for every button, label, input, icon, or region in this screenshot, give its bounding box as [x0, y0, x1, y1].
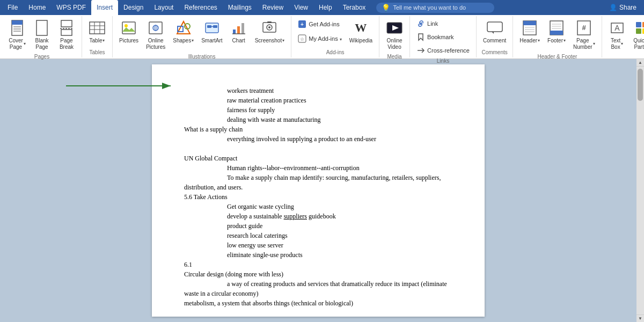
group-links: Link Bookmark Cross-reference Links — [410, 16, 477, 57]
footer-button[interactable]: Footer ▾ — [544, 17, 569, 46]
tab-help[interactable]: Help — [313, 0, 338, 15]
footer-icon — [548, 19, 565, 36]
links-group-items: Link Bookmark Cross-reference — [413, 17, 473, 57]
page-number-button[interactable]: # PageNumber ▾ — [570, 17, 598, 53]
svg-text:#: # — [582, 24, 587, 32]
tab-terabox[interactable]: Terabox — [338, 0, 371, 15]
online-video-icon — [386, 19, 403, 36]
online-pictures-button[interactable]: OnlinePictures — [143, 17, 169, 53]
get-addins-label: Get Add-ins — [309, 21, 339, 27]
header-button[interactable]: Header ▾ — [516, 17, 543, 46]
svg-rect-29 — [241, 23, 244, 34]
table-button[interactable]: Table ▾ — [85, 17, 109, 46]
svg-text:+: + — [301, 21, 304, 27]
group-illustrations: Pictures OnlinePictures Shapes ▾ SmartAr… — [113, 16, 291, 57]
doc-line-17: eliminate single-use products — [227, 250, 452, 260]
group-comments: Comment Comments — [477, 16, 513, 57]
illustrations-group-items: Pictures OnlinePictures Shapes ▾ SmartAr… — [116, 17, 288, 53]
tab-insert[interactable]: Insert — [91, 0, 118, 15]
svg-rect-25 — [213, 25, 217, 28]
doc-line-6: everything involved in supplying a produ… — [227, 134, 452, 144]
links-col: Link Bookmark Cross-reference — [413, 17, 473, 57]
chart-button[interactable]: Chart — [227, 17, 251, 46]
doc-line-7: UN Global Compact — [184, 153, 452, 163]
doc-line-16: low energy use server — [227, 240, 452, 250]
comment-button[interactable]: Comment — [480, 17, 509, 46]
document-area: workers treatment raw material creation … — [0, 59, 644, 322]
comments-label: Comments — [481, 48, 507, 56]
doc-line-21: waste in a circular economy) — [184, 289, 452, 298]
scroll-up-button[interactable]: ▲ — [636, 59, 644, 67]
comments-group-items: Comment — [480, 17, 509, 48]
tab-review[interactable]: Review — [257, 0, 289, 15]
group-tables: Table ▾ Tables — [82, 16, 113, 57]
tab-references[interactable]: References — [179, 0, 222, 15]
online-video-button[interactable]: OnlineVideo — [383, 17, 406, 53]
svg-point-15 — [125, 24, 128, 27]
pictures-icon — [120, 19, 137, 36]
link-button[interactable]: Link — [413, 17, 473, 30]
bookmark-button[interactable]: Bookmark — [413, 31, 473, 43]
text-box-button[interactable]: A TextBox ▾ — [605, 17, 629, 53]
doc-line-15: research local caterings — [227, 231, 452, 240]
cross-reference-button[interactable]: Cross-reference — [413, 44, 473, 57]
svg-marker-41 — [419, 34, 423, 40]
tab-design[interactable]: Design — [118, 0, 149, 15]
cover-page-button[interactable]: CoverPage ▾ — [5, 17, 29, 53]
shapes-icon — [175, 19, 192, 36]
shapes-button[interactable]: Shapes ▾ — [170, 17, 197, 46]
wikipedia-button[interactable]: W Wikipedia — [346, 17, 376, 46]
pictures-button[interactable]: Pictures — [116, 17, 142, 46]
comment-icon — [486, 19, 503, 36]
lightbulb-icon: 💡 — [382, 4, 390, 12]
tab-layout[interactable]: Layout — [149, 0, 179, 15]
screenshot-button[interactable]: Screenshot ▾ — [252, 17, 288, 46]
svg-rect-5 — [36, 20, 47, 35]
doc-line-13: develop a sustainable suppliers guideboo… — [227, 211, 452, 221]
document-scroll-area[interactable]: workers treatment raw material creation … — [0, 59, 636, 322]
text-group-items: A TextBox ▾ QuickParts ▾ A WordArt ▾ A D… — [605, 17, 644, 57]
ribbon-command-bar: CoverPage ▾ BlankPage PageBreak — [0, 15, 644, 59]
doc-line-20: a way of creating products and services … — [227, 279, 452, 289]
group-pages: CoverPage ▾ BlankPage PageBreak — [2, 16, 82, 57]
scrollbar-thumb[interactable] — [638, 69, 643, 101]
svg-rect-6 — [61, 20, 72, 27]
svg-rect-8 — [61, 30, 72, 35]
addins-group-items: + Get Add-ins ☆ My Add-ins ▾ W Wikipedia — [295, 17, 376, 48]
tab-mailings[interactable]: Mailings — [223, 0, 257, 15]
tell-me-bar[interactable]: 💡 Tell me what you want to do — [376, 3, 494, 13]
page-break-label: PageBreak — [60, 38, 74, 50]
doc-line-11: 5.6 Take Actions — [184, 192, 452, 202]
addins-label: Add-ins — [326, 48, 345, 56]
page-break-button[interactable]: PageBreak — [55, 17, 78, 53]
smartart-button[interactable]: SmartArt — [198, 17, 225, 46]
svg-rect-61 — [636, 28, 641, 34]
tab-home[interactable]: Home — [23, 0, 51, 15]
scroll-down-button[interactable]: ▼ — [636, 314, 644, 322]
smartart-icon — [203, 19, 221, 36]
ribbon-tab-row: File Home WPS PDF Insert Design Layout R… — [0, 0, 644, 15]
share-icon: 👤 — [609, 4, 617, 11]
tab-view[interactable]: View — [289, 0, 313, 15]
chart-icon — [230, 19, 247, 36]
quick-parts-button[interactable]: QuickParts ▾ — [630, 17, 644, 53]
svg-text:☆: ☆ — [300, 36, 304, 42]
get-addins-button[interactable]: + Get Add-ins — [295, 17, 345, 31]
doc-line-10: distribution, and users. — [184, 182, 452, 192]
bookmark-icon — [416, 33, 425, 41]
text-box-label: TextBox ▾ — [611, 38, 623, 50]
share-button[interactable]: 👤 Share — [604, 2, 642, 13]
vertical-scrollbar[interactable]: ▲ ▼ — [636, 59, 644, 322]
shapes-label: Shapes ▾ — [173, 38, 194, 44]
doc-line-8: Human rights--labor--environment--anti-c… — [227, 163, 452, 173]
doc-line-19: Circular design (doing more with less) — [184, 269, 452, 279]
page-break-icon — [58, 19, 75, 36]
tab-wps-pdf[interactable]: WPS PDF — [51, 0, 91, 15]
svg-rect-34 — [267, 21, 272, 23]
svg-rect-28 — [237, 26, 240, 34]
my-addins-button[interactable]: ☆ My Add-ins ▾ — [295, 32, 345, 46]
blank-page-button[interactable]: BlankPage — [30, 17, 54, 53]
header-icon — [521, 19, 538, 36]
cover-page-label: CoverPage ▾ — [9, 38, 26, 50]
tab-file[interactable]: File — [2, 0, 23, 15]
